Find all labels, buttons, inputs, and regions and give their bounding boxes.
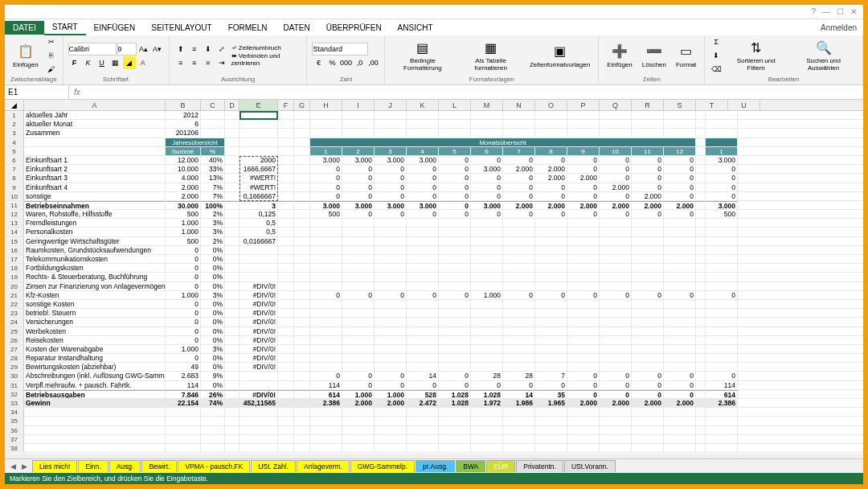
cell[interactable] (632, 264, 664, 272)
cell[interactable]: 1.965 (535, 399, 567, 407)
cell[interactable]: 0 (600, 291, 632, 299)
cell[interactable]: 7% (201, 192, 225, 200)
cell[interactable] (225, 444, 240, 452)
row-header[interactable]: 8 (5, 174, 24, 182)
cell[interactable] (439, 120, 471, 128)
cell[interactable] (706, 228, 738, 236)
align-bottom-icon[interactable]: ⬇ (202, 43, 215, 55)
cell[interactable] (696, 156, 706, 164)
cell[interactable]: #DIV/0! (240, 327, 278, 335)
sheet-tab[interactable]: USt.Vorann. (564, 460, 616, 472)
cell[interactable] (535, 336, 567, 344)
cell[interactable] (342, 246, 375, 254)
cell[interactable] (225, 390, 240, 398)
cell[interactable]: 0 (664, 372, 696, 380)
cell[interactable] (342, 354, 375, 362)
cell[interactable] (201, 120, 225, 128)
cell[interactable] (632, 111, 664, 119)
cell-styles-button[interactable]: ▣Zellenformatvorlagen (526, 42, 593, 70)
cell[interactable]: 1.000 (342, 390, 375, 398)
cell[interactable] (696, 120, 706, 128)
align-left-icon[interactable]: ≡ (174, 56, 187, 69)
cell[interactable]: #DIV/0! (240, 318, 278, 326)
cell[interactable] (664, 219, 696, 227)
cell[interactable] (294, 282, 310, 290)
percent-icon[interactable]: % (326, 56, 338, 69)
cell[interactable] (600, 300, 632, 308)
col-header-N[interactable]: N (503, 100, 535, 110)
select-all-corner[interactable]: ◢ (5, 100, 24, 110)
border-icon[interactable]: ▦ (109, 56, 122, 69)
cell[interactable]: 0 (503, 381, 535, 389)
cell[interactable]: 0 (632, 183, 664, 191)
cell[interactable] (278, 399, 294, 407)
cell[interactable] (567, 408, 600, 416)
cell[interactable] (342, 435, 375, 443)
col-header-S[interactable]: S (664, 100, 696, 110)
cell[interactable] (471, 354, 503, 362)
cell[interactable] (375, 219, 407, 227)
cell[interactable] (225, 327, 240, 335)
cell[interactable]: 0 (310, 174, 342, 182)
cell[interactable] (696, 165, 706, 173)
cell[interactable] (278, 291, 294, 299)
cell[interactable] (342, 336, 375, 344)
cell[interactable]: 0 (664, 156, 696, 164)
cell[interactable]: 2.000 (600, 201, 632, 209)
cell[interactable] (225, 156, 240, 164)
cell[interactable] (567, 273, 600, 281)
cell[interactable]: #WERT! (240, 183, 278, 191)
cell[interactable] (342, 255, 375, 263)
cell[interactable] (567, 255, 600, 263)
cell[interactable] (278, 228, 294, 236)
cell[interactable] (600, 264, 632, 272)
cell[interactable] (278, 264, 294, 272)
cell[interactable] (696, 363, 706, 371)
cell[interactable] (706, 246, 738, 254)
cell[interactable] (471, 237, 503, 245)
cell[interactable]: 2.000 (342, 399, 375, 407)
cell[interactable]: 0 (166, 264, 201, 272)
cell[interactable] (535, 237, 567, 245)
cell[interactable] (632, 345, 664, 353)
cell[interactable]: 0 (375, 372, 407, 380)
cell[interactable] (407, 219, 439, 227)
font-size-select[interactable] (117, 43, 137, 55)
cell[interactable]: 0 (567, 156, 600, 164)
cell[interactable]: 0 (166, 255, 201, 263)
cell[interactable] (664, 309, 696, 317)
cell[interactable] (375, 228, 407, 236)
cell[interactable] (375, 444, 407, 452)
cell[interactable] (567, 444, 600, 452)
insert-cells-button[interactable]: ➕Einfügen (604, 42, 636, 70)
cell[interactable] (567, 111, 600, 119)
row-header[interactable]: 27 (5, 345, 24, 353)
row-header[interactable]: 36 (5, 426, 24, 434)
cell[interactable] (439, 318, 471, 326)
cell[interactable]: 0,5 (240, 228, 278, 236)
cell[interactable]: 2.000 (567, 201, 600, 209)
cell[interactable] (310, 111, 342, 119)
cell[interactable] (567, 264, 600, 272)
cell[interactable] (696, 183, 706, 191)
cell[interactable] (664, 345, 696, 353)
cell[interactable]: 0 (600, 381, 632, 389)
cell[interactable]: 0 (439, 201, 471, 209)
cell[interactable] (600, 444, 632, 452)
cell[interactable]: 3 (240, 201, 278, 209)
cell[interactable] (471, 300, 503, 308)
row-header[interactable]: 6 (5, 156, 24, 164)
cell[interactable] (600, 219, 632, 227)
cell[interactable] (632, 318, 664, 326)
underline-button[interactable]: U (96, 56, 108, 69)
cell[interactable] (535, 282, 567, 290)
cell[interactable] (294, 399, 310, 407)
cell[interactable] (471, 345, 503, 353)
cell[interactable] (225, 291, 240, 299)
cell[interactable] (503, 354, 535, 362)
cell[interactable]: 2.000 (567, 399, 600, 407)
sort-filter-button[interactable]: ⇅Sortieren und Filtern (726, 38, 786, 73)
cell[interactable] (503, 417, 535, 425)
cell[interactable] (294, 201, 310, 209)
cell[interactable] (375, 120, 407, 128)
